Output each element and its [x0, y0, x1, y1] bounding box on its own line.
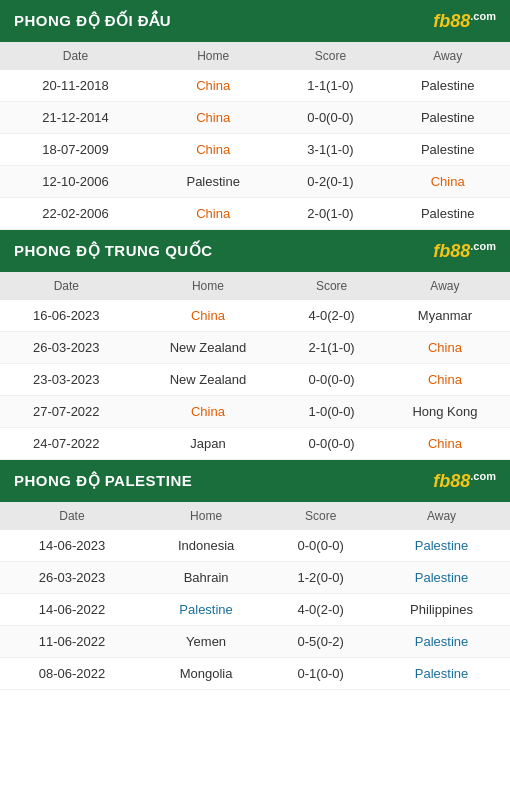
col-date-2: Date	[0, 272, 133, 300]
col-away-1: Away	[385, 42, 510, 70]
cell-home: Bahrain	[144, 562, 268, 594]
cell-away: Hong Kong	[380, 396, 510, 428]
col-date-1: Date	[0, 42, 151, 70]
cell-home: China	[151, 70, 276, 102]
col-home-1: Home	[151, 42, 276, 70]
cell-home: Indonesia	[144, 530, 268, 562]
cell-away: Myanmar	[380, 300, 510, 332]
cell-away: China	[385, 166, 510, 198]
section2-title: PHONG ĐỘ TRUNG QUỐC	[14, 242, 213, 260]
cell-date: 11-06-2022	[0, 626, 144, 658]
cell-away: China	[380, 364, 510, 396]
brand-logo-2: fb88.com	[433, 240, 496, 262]
brand-suffix-3: .com	[470, 470, 496, 482]
table-row: 20-11-2018 China 1-1(1-0) Palestine	[0, 70, 510, 102]
table-row: 18-07-2009 China 3-1(1-0) Palestine	[0, 134, 510, 166]
col-score-1: Score	[276, 42, 386, 70]
cell-date: 26-03-2023	[0, 332, 133, 364]
table-row: 16-06-2023 China 4-0(2-0) Myanmar	[0, 300, 510, 332]
cell-score: 4-0(2-0)	[283, 300, 380, 332]
col-home-3: Home	[144, 502, 268, 530]
cell-date: 14-06-2022	[0, 594, 144, 626]
cell-score: 0-1(0-0)	[268, 658, 373, 690]
cell-date: 24-07-2022	[0, 428, 133, 460]
cell-score: 0-0(0-0)	[268, 530, 373, 562]
cell-score: 1-2(0-0)	[268, 562, 373, 594]
cell-home: Yemen	[144, 626, 268, 658]
cell-away: Palestine	[373, 626, 510, 658]
cell-away: Palestine	[373, 530, 510, 562]
cell-date: 08-06-2022	[0, 658, 144, 690]
cell-home: China	[151, 134, 276, 166]
table-row: 27-07-2022 China 1-0(0-0) Hong Kong	[0, 396, 510, 428]
brand-text-2: fb88	[433, 241, 470, 261]
cell-score: 2-0(1-0)	[276, 198, 386, 230]
col-home-2: Home	[133, 272, 284, 300]
cell-away: Palestine	[385, 70, 510, 102]
cell-date: 26-03-2023	[0, 562, 144, 594]
table-row: 22-02-2006 China 2-0(1-0) Palestine	[0, 198, 510, 230]
brand-suffix-2: .com	[470, 240, 496, 252]
cell-date: 14-06-2023	[0, 530, 144, 562]
cell-home: New Zealand	[133, 364, 284, 396]
cell-date: 16-06-2023	[0, 300, 133, 332]
table-row: 23-03-2023 New Zealand 0-0(0-0) China	[0, 364, 510, 396]
cell-score: 3-1(1-0)	[276, 134, 386, 166]
cell-score: 0-0(0-0)	[283, 428, 380, 460]
table-row: 14-06-2022 Palestine 4-0(2-0) Philippine…	[0, 594, 510, 626]
cell-away: Palestine	[385, 198, 510, 230]
cell-away: Palestine	[373, 562, 510, 594]
col-date-3: Date	[0, 502, 144, 530]
cell-score: 2-1(1-0)	[283, 332, 380, 364]
section3-table: Date Home Score Away 14-06-2023 Indonesi…	[0, 502, 510, 690]
cell-home: Mongolia	[144, 658, 268, 690]
cell-home: China	[151, 198, 276, 230]
cell-score: 0-2(0-1)	[276, 166, 386, 198]
table-row: 21-12-2014 China 0-0(0-0) Palestine	[0, 102, 510, 134]
table-row: 26-03-2023 Bahrain 1-2(0-0) Palestine	[0, 562, 510, 594]
section2-table: Date Home Score Away 16-06-2023 China 4-…	[0, 272, 510, 460]
section3-title: PHONG ĐỘ PALESTINE	[14, 472, 192, 490]
section3-header: PHONG ĐỘ PALESTINE fb88.com	[0, 460, 510, 502]
cell-away: Palestine	[373, 658, 510, 690]
cell-date: 21-12-2014	[0, 102, 151, 134]
col-away-2: Away	[380, 272, 510, 300]
cell-home: China	[133, 396, 284, 428]
cell-home: China	[151, 102, 276, 134]
cell-date: 12-10-2006	[0, 166, 151, 198]
cell-home: Palestine	[144, 594, 268, 626]
brand-logo: fb88.com	[433, 10, 496, 32]
section1-title: PHONG ĐỘ ĐỐI ĐẦU	[14, 12, 171, 30]
col-away-3: Away	[373, 502, 510, 530]
table-row: 26-03-2023 New Zealand 2-1(1-0) China	[0, 332, 510, 364]
section1-header: PHONG ĐỘ ĐỐI ĐẦU fb88.com	[0, 0, 510, 42]
cell-away: Palestine	[385, 102, 510, 134]
cell-date: 23-03-2023	[0, 364, 133, 396]
table-row: 14-06-2023 Indonesia 0-0(0-0) Palestine	[0, 530, 510, 562]
cell-away: Philippines	[373, 594, 510, 626]
cell-score: 0-5(0-2)	[268, 626, 373, 658]
table-row: 08-06-2022 Mongolia 0-1(0-0) Palestine	[0, 658, 510, 690]
cell-date: 18-07-2009	[0, 134, 151, 166]
cell-date: 22-02-2006	[0, 198, 151, 230]
cell-home: New Zealand	[133, 332, 284, 364]
cell-away: China	[380, 428, 510, 460]
cell-date: 20-11-2018	[0, 70, 151, 102]
cell-score: 1-0(0-0)	[283, 396, 380, 428]
brand-text: fb88	[433, 11, 470, 31]
brand-suffix: .com	[470, 10, 496, 22]
cell-score: 0-0(0-0)	[276, 102, 386, 134]
section2-header: PHONG ĐỘ TRUNG QUỐC fb88.com	[0, 230, 510, 272]
brand-text-3: fb88	[433, 471, 470, 491]
cell-score: 1-1(1-0)	[276, 70, 386, 102]
cell-date: 27-07-2022	[0, 396, 133, 428]
cell-home: China	[133, 300, 284, 332]
cell-away: China	[380, 332, 510, 364]
col-score-2: Score	[283, 272, 380, 300]
section1-table: Date Home Score Away 20-11-2018 China 1-…	[0, 42, 510, 230]
col-score-3: Score	[268, 502, 373, 530]
cell-home: Japan	[133, 428, 284, 460]
table-row: 24-07-2022 Japan 0-0(0-0) China	[0, 428, 510, 460]
table-row: 12-10-2006 Palestine 0-2(0-1) China	[0, 166, 510, 198]
table-row: 11-06-2022 Yemen 0-5(0-2) Palestine	[0, 626, 510, 658]
